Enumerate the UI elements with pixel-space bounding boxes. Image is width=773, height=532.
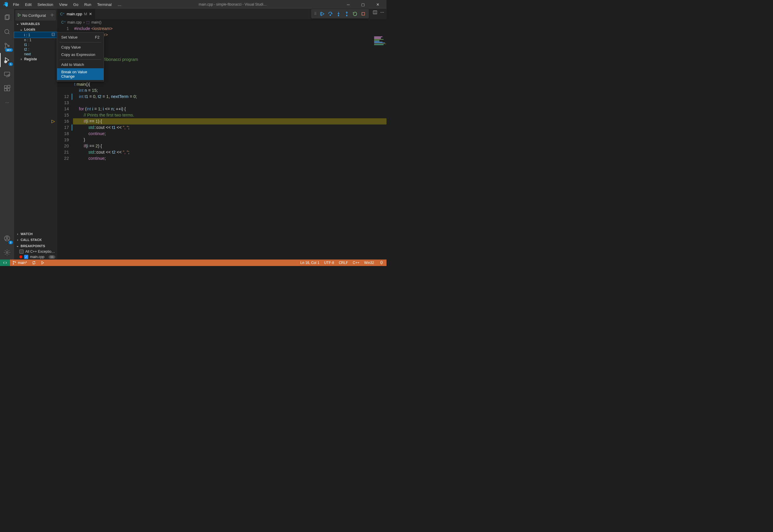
explorer-icon[interactable] bbox=[0, 11, 14, 25]
search-icon[interactable] bbox=[0, 25, 14, 39]
cursor-position[interactable]: Ln 16, Col 1 bbox=[298, 261, 322, 265]
language-mode[interactable]: C++ bbox=[350, 261, 362, 265]
checkbox[interactable]: ✓ bbox=[24, 255, 28, 259]
context-menu: Set ValueF2 Copy Value Copy as Expressio… bbox=[57, 32, 104, 82]
start-debug-icon[interactable] bbox=[17, 13, 21, 18]
menu-selection[interactable]: Selection bbox=[35, 1, 55, 8]
sync-icon[interactable] bbox=[29, 261, 38, 265]
tab-main-cpp[interactable]: C⁺ main.cpp M ✕ bbox=[57, 9, 95, 19]
restart-icon[interactable] bbox=[352, 11, 357, 16]
menu-view[interactable]: View bbox=[57, 1, 70, 8]
chevron-down-icon: ⌄ bbox=[16, 22, 19, 26]
title-bar: File Edit Selection View Go Run Terminal… bbox=[0, 0, 386, 9]
svg-point-2 bbox=[5, 29, 9, 34]
svg-point-18 bbox=[330, 15, 331, 16]
svg-point-23 bbox=[13, 261, 14, 262]
more-icon[interactable]: ⋯ bbox=[0, 95, 14, 109]
hex-view-icon[interactable] bbox=[51, 32, 55, 37]
accounts-icon[interactable]: 2 bbox=[0, 231, 14, 245]
activity-bar: 1K+ 1 ⋯ 2 bbox=[0, 9, 14, 260]
registers-group[interactable]: › Registe bbox=[14, 56, 57, 62]
extensions-icon[interactable] bbox=[0, 81, 14, 95]
editor-actions: ⋯ bbox=[373, 10, 384, 16]
locals-group[interactable]: ⌄ Locals bbox=[14, 27, 57, 32]
svg-rect-10 bbox=[4, 89, 7, 91]
svg-rect-12 bbox=[8, 85, 10, 88]
drag-handle-icon[interactable]: ⠿ bbox=[314, 12, 316, 16]
breakpoint-all-exceptions[interactable]: All C++ Exceptio… bbox=[14, 249, 57, 254]
menu-overflow[interactable]: … bbox=[115, 1, 124, 8]
debug-toolbar[interactable]: ⠿ bbox=[311, 9, 369, 19]
step-into-icon[interactable] bbox=[336, 11, 341, 16]
maximize-button[interactable]: ▢ bbox=[356, 0, 369, 9]
run-debug-icon[interactable]: 1 bbox=[0, 53, 14, 67]
svg-rect-17 bbox=[52, 33, 54, 36]
svg-point-20 bbox=[346, 15, 347, 16]
variable-row[interactable]: i: 1 bbox=[14, 32, 57, 38]
menu-file[interactable]: File bbox=[11, 1, 21, 8]
menu-run[interactable]: Run bbox=[82, 1, 94, 8]
config-dropdown[interactable]: No Configurat ⌄ bbox=[22, 13, 48, 18]
build-target[interactable]: Win32 bbox=[362, 261, 376, 265]
stop-icon[interactable] bbox=[360, 11, 366, 16]
chevron-right-icon: › bbox=[83, 20, 84, 24]
run-config-header: No Configurat ⌄ bbox=[15, 10, 56, 21]
chevron-right-icon: › bbox=[19, 57, 23, 61]
continue-icon[interactable] bbox=[319, 11, 325, 16]
minimap[interactable] bbox=[373, 36, 386, 72]
menu-bar: File Edit Selection View Go Run Terminal… bbox=[11, 1, 124, 8]
branch-indicator[interactable]: main* bbox=[10, 261, 29, 265]
ctx-copy-value[interactable]: Copy Value bbox=[57, 44, 104, 51]
accounts-badge: 2 bbox=[9, 241, 13, 244]
ctx-add-watch[interactable]: Add to Watch bbox=[57, 61, 104, 68]
variable-row[interactable]: next bbox=[14, 52, 57, 56]
svg-point-8 bbox=[8, 74, 10, 76]
variable-row[interactable]: t1: bbox=[14, 42, 57, 47]
debug-badge: 1 bbox=[9, 62, 13, 66]
minimize-button[interactable]: ─ bbox=[342, 0, 355, 9]
ctx-break-on-change[interactable]: Break on Value Change bbox=[57, 68, 104, 80]
breadcrumb[interactable]: C⁺ main.cpp › ⬚ main() bbox=[57, 19, 386, 26]
encoding[interactable]: UTF-8 bbox=[322, 261, 336, 265]
variable-row[interactable]: t2: bbox=[14, 47, 57, 52]
svg-point-16 bbox=[51, 14, 53, 16]
breakpoints-header[interactable]: ⌄BREAKPOINTS bbox=[14, 243, 57, 249]
modified-indicator: M bbox=[84, 12, 87, 16]
symbol-method-icon: ⬚ bbox=[86, 20, 89, 24]
variables-header[interactable]: ⌄ VARIABLES bbox=[14, 21, 57, 27]
breakpoint-file[interactable]: ✓ main.cpp 11 bbox=[14, 254, 57, 260]
menu-terminal[interactable]: Terminal bbox=[95, 1, 114, 8]
menu-edit[interactable]: Edit bbox=[23, 1, 34, 8]
variable-row[interactable]: n: 1 bbox=[14, 38, 57, 42]
source-control-icon[interactable]: 1K+ bbox=[0, 39, 14, 53]
watch-header[interactable]: ›WATCH bbox=[14, 231, 57, 237]
scm-badge: 1K+ bbox=[5, 48, 13, 52]
config-gear-icon[interactable] bbox=[50, 13, 54, 18]
svg-rect-21 bbox=[362, 12, 364, 15]
split-editor-icon[interactable] bbox=[373, 10, 377, 16]
close-tab-icon[interactable]: ✕ bbox=[89, 12, 92, 16]
vscode-logo-icon bbox=[2, 1, 8, 7]
close-window-button[interactable]: ✕ bbox=[371, 0, 384, 9]
settings-gear-icon[interactable] bbox=[0, 245, 14, 260]
notifications-bell-icon[interactable] bbox=[376, 260, 386, 265]
step-out-icon[interactable] bbox=[344, 11, 349, 16]
remote-indicator[interactable] bbox=[0, 260, 10, 266]
svg-rect-11 bbox=[7, 89, 10, 91]
status-bar: main* Ln 16, Col 1 UTF-8 CRLF C++ Win32 bbox=[0, 260, 386, 266]
more-actions-icon[interactable]: ⋯ bbox=[380, 10, 384, 16]
callstack-header[interactable]: ›CALL STACK bbox=[14, 237, 57, 243]
ctx-set-value[interactable]: Set ValueF2 bbox=[57, 34, 104, 41]
checkbox[interactable] bbox=[19, 250, 24, 254]
breakpoint-line: 11 bbox=[49, 255, 55, 259]
eol[interactable]: CRLF bbox=[336, 261, 350, 265]
chevron-right-icon: › bbox=[16, 232, 19, 236]
code-editor[interactable]: 1#include <iostream> 2#include <vector> … bbox=[57, 26, 386, 260]
remote-explorer-icon[interactable] bbox=[0, 67, 14, 81]
step-over-icon[interactable] bbox=[327, 11, 333, 16]
debug-status-icon[interactable] bbox=[38, 261, 47, 265]
ctx-copy-expression[interactable]: Copy as Expression bbox=[57, 51, 104, 58]
menu-go[interactable]: Go bbox=[71, 1, 81, 8]
svg-point-15 bbox=[6, 252, 8, 253]
window-title: main.cpp - simple-fibonacci - Visual Stu… bbox=[124, 2, 342, 6]
